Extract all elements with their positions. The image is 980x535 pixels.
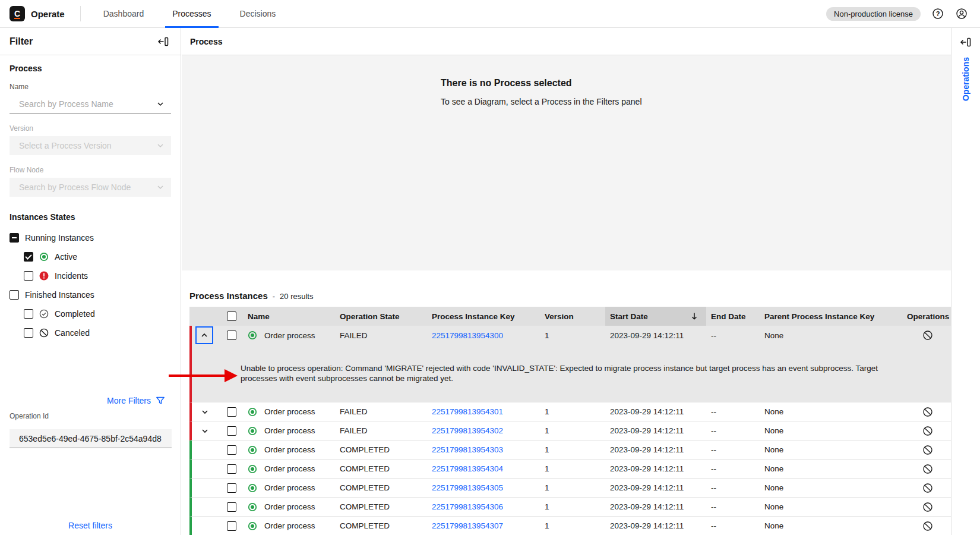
sort-descending-icon: [690, 311, 699, 321]
diagram-empty-state: There is no Process selected To see a Di…: [182, 55, 951, 270]
end-date-cell: --: [706, 483, 760, 492]
operation-id-input[interactable]: 653ed5e6-49ed-4675-85bf-2c54a94d8: [10, 429, 172, 448]
cancel-operation-icon[interactable]: [922, 445, 933, 455]
state-filter-finished-instances: Finished Instances: [10, 289, 171, 300]
process-instance-row[interactable]: Order processCOMPLETED225179981395430312…: [189, 440, 951, 460]
process-instance-key-link[interactable]: 2251799813954302: [432, 426, 503, 435]
process-name: Order process: [264, 483, 315, 492]
row-checkbox[interactable]: [227, 521, 236, 531]
collapse-row-button[interactable]: [195, 326, 213, 344]
process-instance-key-link[interactable]: 2251799813954307: [432, 521, 503, 530]
expand-row-button[interactable]: [192, 426, 218, 436]
name-field-label: Name: [10, 83, 171, 91]
cancel-operation-icon[interactable]: [922, 330, 933, 341]
expand-toggle-cell: [192, 426, 220, 436]
start-date-cell: 2023-09-29 14:12:11: [605, 502, 706, 511]
diagram-panel: Process There is no Process selected To …: [182, 28, 951, 270]
end-date-cell: --: [706, 464, 760, 473]
operation-state-cell: COMPLETED: [335, 521, 427, 530]
instances-results-count: 20 results: [280, 292, 313, 301]
process-instance-row[interactable]: Order processCOMPLETED225179981395430512…: [189, 479, 951, 498]
end-date-cell: --: [706, 521, 760, 530]
column-header-operations[interactable]: Operations: [902, 307, 953, 326]
parent-key-cell: None: [760, 464, 902, 473]
state-checkbox[interactable]: [10, 233, 19, 243]
tab-decisions[interactable]: Decisions: [226, 0, 290, 28]
column-header-end-date[interactable]: End Date: [706, 307, 760, 326]
row-select-cell: [220, 426, 243, 436]
start-date-cell: 2023-09-29 14:12:11: [605, 483, 706, 492]
operations-cell: [902, 407, 951, 417]
column-header-parent-key[interactable]: Parent Process Instance Key: [760, 307, 902, 326]
process-instance-key-link[interactable]: 2251799813954304: [432, 464, 503, 473]
process-instance-key-link[interactable]: 2251799813954300: [432, 331, 503, 340]
operation-id-label: Operation Id: [10, 412, 49, 420]
cancel-operation-icon[interactable]: [922, 502, 933, 512]
cancel-operation-icon[interactable]: [922, 483, 933, 493]
expand-operations-panel-icon[interactable]: [959, 36, 972, 49]
active-state-icon: [248, 483, 257, 493]
process-instance-row[interactable]: Order processCOMPLETED225179981395430412…: [189, 460, 951, 479]
operation-error-message: Unable to process operation: Command 'MI…: [241, 345, 889, 402]
column-header-start-date[interactable]: Start Date: [605, 307, 706, 326]
process-instance-key-cell: 2251799813954305: [427, 483, 540, 492]
name-cell: Order process: [243, 407, 335, 417]
operation-state-cell: COMPLETED: [335, 464, 427, 473]
parent-key-cell: None: [760, 521, 902, 530]
filter-panel-title: Filter: [10, 36, 33, 47]
expand-row-button[interactable]: [192, 407, 218, 417]
column-header-process-instance-key[interactable]: Process Instance Key: [427, 307, 540, 326]
process-instance-row[interactable]: Order processFAILED225179981395430012023…: [192, 326, 951, 345]
column-header-operation-state[interactable]: Operation State: [335, 307, 427, 326]
more-filters-link[interactable]: More Filters: [107, 396, 165, 405]
process-instance-row[interactable]: Order processCOMPLETED225179981395430712…: [189, 517, 951, 535]
state-label: Active: [55, 252, 77, 262]
tab-dashboard[interactable]: Dashboard: [89, 0, 159, 28]
start-date-cell: 2023-09-29 14:12:11: [605, 521, 706, 530]
row-checkbox[interactable]: [227, 445, 236, 455]
cancel-operation-icon[interactable]: [922, 521, 933, 531]
state-checkbox[interactable]: [24, 252, 33, 262]
process-instance-key-link[interactable]: 2251799813954305: [432, 483, 503, 492]
operation-state-cell: COMPLETED: [335, 483, 427, 492]
row-checkbox[interactable]: [227, 502, 236, 512]
process-instance-key-link[interactable]: 2251799813954303: [432, 445, 503, 454]
help-icon[interactable]: ?: [931, 7, 944, 20]
select-all-checkbox[interactable]: [227, 311, 236, 321]
start-date-cell: 2023-09-29 14:12:11: [605, 331, 706, 340]
process-instance-key-cell: 2251799813954304: [427, 464, 540, 473]
operations-panel-title[interactable]: Operations: [961, 57, 970, 101]
cancel-operation-icon[interactable]: [922, 426, 933, 436]
state-checkbox[interactable]: [24, 271, 33, 281]
row-checkbox[interactable]: [227, 407, 236, 417]
process-instance-key-link[interactable]: 2251799813954306: [432, 502, 503, 511]
row-checkbox[interactable]: [227, 426, 236, 436]
user-icon[interactable]: [955, 7, 968, 20]
row-checkbox[interactable]: [227, 483, 236, 493]
name-cell: Order process: [243, 426, 335, 436]
reset-filters-link[interactable]: Reset filters: [0, 520, 181, 531]
process-instance-row[interactable]: Order processFAILED225179981395430112023…: [189, 402, 951, 421]
process-instance-row[interactable]: Order processFAILED225179981395430212023…: [189, 421, 951, 440]
instances-states-list: Running InstancesActiveIncidentsFinished…: [10, 232, 171, 338]
process-name-combobox[interactable]: Search by Process Name: [10, 95, 171, 114]
process-instance-row[interactable]: Order processCOMPLETED225179981395430612…: [189, 498, 951, 517]
process-instance-key-link[interactable]: 2251799813954301: [432, 407, 503, 416]
row-select-cell: [220, 407, 243, 417]
flow-node-field-label: Flow Node: [10, 166, 171, 174]
cancel-operation-icon[interactable]: [922, 407, 933, 417]
row-checkbox[interactable]: [227, 331, 236, 340]
column-header-version[interactable]: Version: [540, 307, 605, 326]
row-checkbox[interactable]: [227, 464, 236, 474]
expanded-operation-row: Order processFAILED225179981395430012023…: [189, 326, 951, 402]
cancel-operation-icon[interactable]: [922, 464, 933, 474]
column-header-name[interactable]: Name: [243, 307, 335, 326]
chevron-down-icon: [156, 182, 165, 192]
process-name: Order process: [264, 407, 315, 416]
state-checkbox[interactable]: [10, 290, 19, 300]
collapse-filter-panel-icon[interactable]: [157, 35, 170, 48]
state-checkbox[interactable]: [24, 309, 33, 319]
state-checkbox[interactable]: [24, 328, 33, 338]
svg-text:?: ?: [936, 10, 940, 17]
tab-processes[interactable]: Processes: [158, 0, 225, 28]
